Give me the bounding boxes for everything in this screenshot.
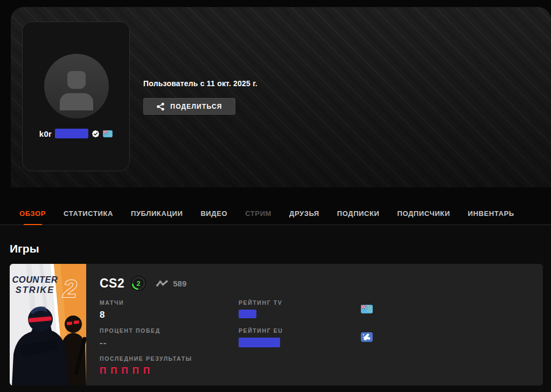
recent-results-row: П П П П П [100, 366, 192, 376]
stat-matches: МАТЧИ 8 [100, 299, 124, 320]
matches-value: 8 [100, 310, 124, 320]
tab-publications[interactable]: ПУБЛИКАЦИИ [131, 202, 183, 225]
eu-region-flag-icon [361, 332, 373, 342]
tab-following[interactable]: ПОДПИСКИ [337, 202, 380, 225]
result-loss: П [143, 366, 150, 376]
result-loss: П [132, 366, 139, 376]
cs2-cover-art: COUNTER STRIKE 2 [10, 264, 86, 386]
rating-tv-redaction [239, 310, 256, 318]
game-title: CS2 [100, 276, 124, 291]
profile-banner: k0r [11, 7, 551, 187]
game-title-row: CS2 2 589 [100, 275, 186, 291]
rating-eu-redaction [239, 338, 280, 347]
cs2-game-card[interactable]: COUNTER STRIKE 2 [10, 264, 543, 386]
profile-card: k0r [22, 22, 130, 171]
svg-text:2: 2 [62, 275, 77, 303]
elo-group: 589 [156, 279, 186, 288]
result-loss: П [121, 366, 128, 376]
username-row: k0r [23, 129, 129, 138]
tuvalu-flag-icon [103, 130, 113, 137]
svg-text:2: 2 [137, 279, 141, 288]
tab-statistics[interactable]: СТАТИСТИКА [64, 202, 113, 225]
result-loss: П [100, 366, 106, 376]
avatar [44, 54, 109, 118]
winrate-value: -- [100, 338, 161, 348]
username: k0r [39, 129, 52, 138]
stat-rating-eu: РЕЙТИНГ EU [239, 327, 283, 347]
elo-graph-icon [156, 279, 169, 287]
games-section-title: Игры [10, 242, 39, 255]
member-since-text: Пользователь с 11 окт. 2025 г. [143, 79, 257, 88]
tab-videos[interactable]: ВИДЕО [200, 202, 227, 225]
stat-recent-results: ПОСЛЕДНИЕ РЕЗУЛЬТАТЫ П П П П П [100, 355, 192, 376]
tab-friends[interactable]: ДРУЗЬЯ [289, 202, 319, 225]
share-button-label: ПОДЕЛИТЬСЯ [170, 103, 222, 110]
svg-text:COUNTER: COUNTER [12, 275, 58, 284]
svg-text:STRIKE: STRIKE [16, 285, 55, 295]
tab-inventory[interactable]: ИНВЕНТАРЬ [468, 202, 514, 225]
tuvalu-region-flag-icon [361, 305, 373, 313]
share-button[interactable]: ПОДЕЛИТЬСЯ [143, 98, 235, 115]
tab-followers[interactable]: ПОДПИСЧИКИ [397, 202, 450, 225]
tab-stream[interactable]: СТРИМ [245, 202, 271, 225]
skill-level-badge-icon: 2 [130, 275, 147, 291]
faceit-profile-page: k0r [0, 0, 551, 392]
result-loss: П [110, 366, 117, 376]
stat-rating-tv: РЕЙТИНГ TV [239, 299, 282, 318]
verified-badge-icon [92, 130, 100, 138]
username-redaction [55, 129, 88, 138]
share-icon [156, 102, 165, 111]
elo-value: 589 [173, 279, 186, 288]
profile-tabbar: ОБЗОР СТАТИСТИКА ПУБЛИКАЦИИ ВИДЕО СТРИМ … [0, 202, 551, 225]
stat-winrate: ПРОЦЕНТ ПОБЕД -- [100, 327, 161, 348]
tab-overview[interactable]: ОБЗОР [19, 202, 46, 225]
avatar-person-icon [67, 71, 86, 89]
